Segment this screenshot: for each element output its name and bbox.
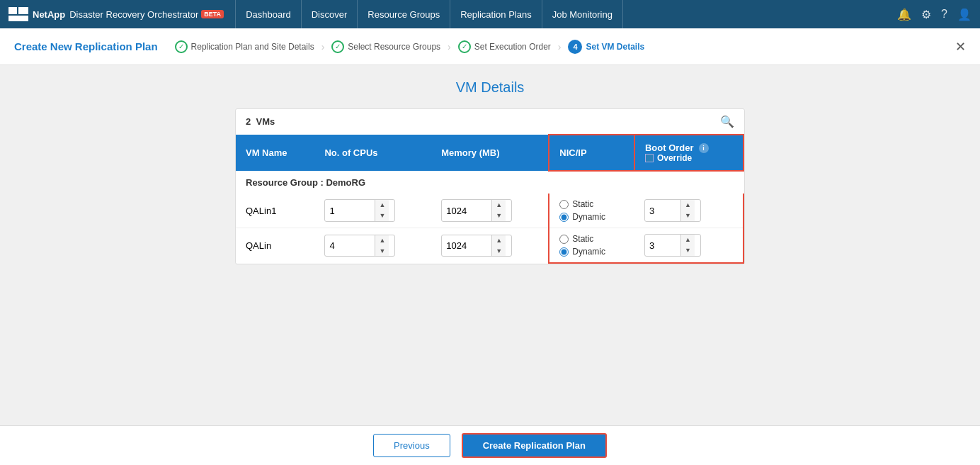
col-memory: Memory (MB) bbox=[431, 135, 549, 171]
wizard-step-2: ✓ Select Resource Groups bbox=[331, 40, 440, 53]
vm-table-container: 2 VMs 🔍 VM Name No. of CPUs Memory (MB) … bbox=[235, 108, 745, 264]
boot-cell-2: 3 ▲ ▼ bbox=[634, 228, 743, 264]
boot-down-2[interactable]: ▼ bbox=[681, 245, 695, 256]
page-footer: Previous Create Replication Plan bbox=[0, 425, 980, 465]
step1-label: Replication Plan and Site Details bbox=[191, 42, 314, 52]
nic-dynamic-1[interactable]: Dynamic bbox=[559, 212, 625, 222]
svg-rect-0 bbox=[8, 7, 17, 14]
cpu-up-2[interactable]: ▲ bbox=[375, 235, 389, 246]
cpu-cell-1: 1 ▲ ▼ bbox=[314, 194, 431, 228]
nav-links: Dashboard Discover Resource Groups Repli… bbox=[235, 0, 897, 28]
step1-check-icon: ✓ bbox=[175, 40, 188, 53]
col-cpus: No. of CPUs bbox=[314, 135, 431, 171]
memory-down-2[interactable]: ▼ bbox=[492, 246, 506, 257]
wizard-steps: ✓ Replication Plan and Site Details › ✓ … bbox=[175, 40, 955, 54]
memory-down-1[interactable]: ▼ bbox=[492, 211, 506, 221]
cpu-down-2[interactable]: ▼ bbox=[375, 246, 389, 257]
page-title: VM Details bbox=[14, 79, 966, 96]
nic-static-2[interactable]: Static bbox=[559, 234, 625, 244]
nav-replication-plans[interactable]: Replication Plans bbox=[450, 0, 542, 28]
boot-order-info-icon[interactable]: i bbox=[699, 143, 709, 153]
boot-input-1[interactable]: 3 bbox=[645, 203, 680, 219]
settings-icon[interactable]: ⚙ bbox=[921, 8, 931, 21]
memory-cell-2: 1024 ▲ ▼ bbox=[431, 228, 549, 264]
cpu-up-1[interactable]: ▲ bbox=[375, 200, 389, 211]
nav-logo: NetApp Disaster Recovery Orchestrator BE… bbox=[8, 7, 224, 21]
create-replication-plan-button[interactable]: Create Replication Plan bbox=[462, 433, 607, 458]
step3-check-icon: ✓ bbox=[458, 40, 471, 53]
nic-static-radio-2[interactable] bbox=[559, 235, 569, 244]
step4-label: Set VM Details bbox=[586, 42, 644, 52]
svg-rect-1 bbox=[18, 7, 28, 14]
nic-radio-group-1: Static Dynamic bbox=[559, 199, 625, 222]
cpu-spinner-2[interactable]: 4 ▲ ▼ bbox=[324, 235, 395, 257]
plan-title: Create New Replication Plan bbox=[14, 40, 158, 52]
memory-spinner-btns-1: ▲ ▼ bbox=[491, 200, 506, 220]
cpu-input-1[interactable]: 1 bbox=[325, 203, 375, 219]
cpu-spinner-1[interactable]: 1 ▲ ▼ bbox=[324, 199, 395, 221]
memory-spinner-2[interactable]: 1024 ▲ ▼ bbox=[441, 235, 512, 257]
boot-down-1[interactable]: ▼ bbox=[681, 211, 695, 221]
boot-spinner-2[interactable]: 3 ▲ ▼ bbox=[644, 234, 701, 256]
memory-up-2[interactable]: ▲ bbox=[492, 235, 506, 246]
wizard-divider-3: › bbox=[558, 41, 562, 52]
nic-dynamic-label-2: Dynamic bbox=[572, 247, 605, 257]
notification-icon[interactable]: 🔔 bbox=[897, 8, 911, 21]
nav-discover[interactable]: Discover bbox=[302, 0, 358, 28]
override-label: Override bbox=[645, 153, 733, 163]
nic-dynamic-radio-2[interactable] bbox=[559, 247, 569, 257]
main-content: VM Details 2 VMs 🔍 VM Name No. of CPUs M… bbox=[0, 65, 980, 425]
memory-input-1[interactable]: 1024 bbox=[442, 203, 491, 219]
nav-job-monitoring[interactable]: Job Monitoring bbox=[542, 0, 623, 28]
sub-header: Create New Replication Plan ✓ Replicatio… bbox=[0, 28, 980, 65]
cpu-spinner-btns-2: ▲ ▼ bbox=[375, 235, 389, 256]
close-button[interactable]: ✕ bbox=[955, 40, 966, 53]
nic-static-radio-1[interactable] bbox=[559, 200, 569, 209]
wizard-divider-1: › bbox=[321, 41, 325, 52]
nav-brand: NetApp bbox=[33, 9, 65, 20]
nic-radio-group-2: Static Dynamic bbox=[559, 234, 625, 257]
nic-cell-2: Static Dynamic bbox=[549, 228, 634, 264]
vm-table: VM Name No. of CPUs Memory (MB) NIC/IP B… bbox=[236, 134, 744, 264]
user-icon[interactable]: 👤 bbox=[957, 8, 972, 21]
nic-cell-1: Static Dynamic bbox=[549, 194, 634, 228]
nic-dynamic-2[interactable]: Dynamic bbox=[559, 247, 625, 257]
memory-up-1[interactable]: ▲ bbox=[492, 200, 506, 211]
nic-static-1[interactable]: Static bbox=[559, 199, 625, 209]
nav-brand-full: Disaster Recovery Orchestrator bbox=[69, 9, 198, 20]
cpu-input-2[interactable]: 4 bbox=[325, 237, 375, 254]
memory-cell-1: 1024 ▲ ▼ bbox=[431, 194, 549, 228]
wizard-step-1: ✓ Replication Plan and Site Details bbox=[175, 40, 314, 53]
step3-label: Set Execution Order bbox=[474, 42, 551, 52]
boot-up-1[interactable]: ▲ bbox=[681, 200, 695, 211]
vm-count-number: 2 bbox=[246, 116, 251, 127]
nic-dynamic-radio-1[interactable] bbox=[559, 213, 569, 222]
override-text: Override bbox=[657, 153, 692, 163]
wizard-divider-2: › bbox=[448, 41, 451, 52]
boot-up-2[interactable]: ▲ bbox=[681, 235, 695, 245]
col-nic: NIC/IP bbox=[549, 135, 634, 171]
boot-order-label: Boot Order bbox=[645, 142, 694, 153]
cpu-down-1[interactable]: ▼ bbox=[375, 211, 389, 221]
nav-resource-groups[interactable]: Resource Groups bbox=[358, 0, 450, 28]
boot-input-2[interactable]: 3 bbox=[645, 237, 680, 254]
nic-static-label-2: Static bbox=[572, 234, 593, 244]
previous-button[interactable]: Previous bbox=[373, 434, 450, 457]
group-label: Resource Group : DemoRG bbox=[236, 171, 743, 194]
boot-cell-1: 3 ▲ ▼ bbox=[634, 194, 743, 228]
col-vm-name: VM Name bbox=[236, 135, 314, 171]
boot-spinner-1[interactable]: 3 ▲ ▼ bbox=[644, 199, 701, 221]
memory-spinner-1[interactable]: 1024 ▲ ▼ bbox=[441, 199, 512, 221]
vm-count-label: VMs bbox=[256, 116, 275, 127]
step2-check-icon: ✓ bbox=[331, 40, 344, 53]
boot-order-header: Boot Order i bbox=[645, 142, 733, 153]
step2-label: Select Resource Groups bbox=[348, 42, 440, 52]
wizard-step-4: 4 Set VM Details bbox=[568, 40, 644, 54]
nav-dashboard[interactable]: Dashboard bbox=[235, 0, 302, 28]
search-icon[interactable]: 🔍 bbox=[720, 115, 734, 128]
help-icon[interactable]: ? bbox=[941, 8, 947, 21]
vm-name-1: QALin1 bbox=[236, 194, 314, 228]
top-nav: NetApp Disaster Recovery Orchestrator BE… bbox=[0, 0, 980, 28]
override-checkbox[interactable] bbox=[645, 154, 654, 162]
memory-input-2[interactable]: 1024 bbox=[442, 237, 491, 254]
